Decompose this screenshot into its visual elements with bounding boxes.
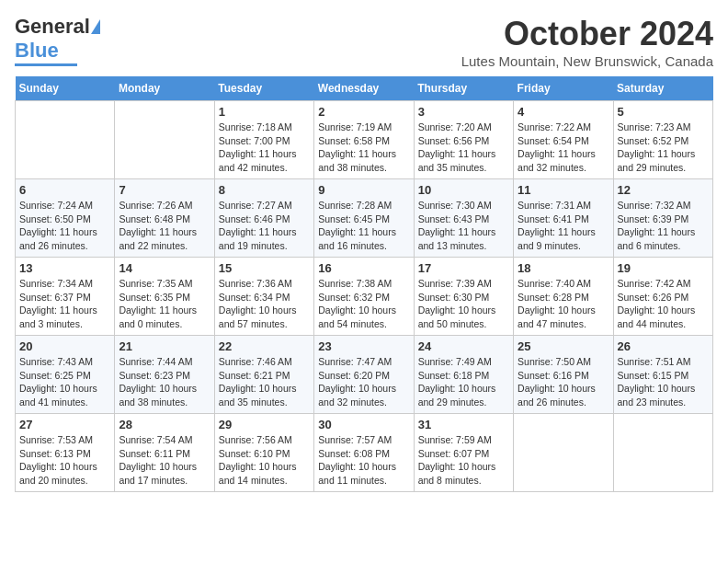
day-header-monday: Monday [115, 76, 214, 101]
day-info: Sunrise: 7:34 AM Sunset: 6:37 PM Dayligh… [19, 277, 110, 331]
calendar-cell: 17Sunrise: 7:39 AM Sunset: 6:30 PM Dayli… [414, 258, 513, 336]
day-info: Sunrise: 7:44 AM Sunset: 6:23 PM Dayligh… [119, 355, 210, 409]
day-number: 30 [318, 418, 409, 431]
logo-blue-text: Blue [15, 39, 59, 63]
day-info: Sunrise: 7:57 AM Sunset: 6:08 PM Dayligh… [318, 433, 409, 488]
calendar-cell: 23Sunrise: 7:47 AM Sunset: 6:20 PM Dayli… [314, 336, 414, 414]
day-number: 18 [518, 261, 609, 275]
calendar-cell: 21Sunrise: 7:44 AM Sunset: 6:23 PM Dayli… [115, 336, 214, 414]
week-row-5: 27Sunrise: 7:53 AM Sunset: 6:13 PM Dayli… [16, 414, 713, 492]
calendar-header: SundayMondayTuesdayWednesdayThursdayFrid… [16, 76, 713, 101]
week-row-2: 6Sunrise: 7:24 AM Sunset: 6:50 PM Daylig… [16, 179, 713, 258]
calendar-cell: 18Sunrise: 7:40 AM Sunset: 6:28 PM Dayli… [514, 258, 613, 336]
day-number: 5 [618, 105, 709, 119]
calendar-cell: 24Sunrise: 7:49 AM Sunset: 6:18 PM Dayli… [414, 336, 513, 414]
logo: General Blue [15, 15, 100, 66]
day-info: Sunrise: 7:36 AM Sunset: 6:34 PM Dayligh… [219, 277, 310, 331]
month-title: October 2024 [461, 15, 713, 53]
day-header-saturday: Saturday [613, 76, 712, 101]
day-info: Sunrise: 7:32 AM Sunset: 6:39 PM Dayligh… [618, 199, 709, 253]
day-number: 7 [119, 183, 210, 197]
day-info: Sunrise: 7:40 AM Sunset: 6:28 PM Dayligh… [518, 277, 609, 331]
calendar-cell: 22Sunrise: 7:46 AM Sunset: 6:21 PM Dayli… [214, 336, 313, 414]
day-header-sunday: Sunday [16, 76, 115, 101]
week-row-1: 1Sunrise: 7:18 AM Sunset: 7:00 PM Daylig… [16, 101, 713, 179]
day-number: 3 [418, 105, 509, 119]
calendar-cell: 2Sunrise: 7:19 AM Sunset: 6:58 PM Daylig… [314, 101, 414, 179]
week-row-4: 20Sunrise: 7:43 AM Sunset: 6:25 PM Dayli… [16, 336, 713, 414]
day-info: Sunrise: 7:49 AM Sunset: 6:18 PM Dayligh… [418, 355, 509, 409]
day-info: Sunrise: 7:28 AM Sunset: 6:45 PM Dayligh… [318, 199, 409, 253]
calendar-cell: 5Sunrise: 7:23 AM Sunset: 6:52 PM Daylig… [613, 101, 712, 179]
location-label: Lutes Mountain, New Brunswick, Canada [461, 53, 713, 69]
day-header-friday: Friday [514, 76, 613, 101]
day-number: 23 [318, 339, 409, 353]
calendar-table: SundayMondayTuesdayWednesdayThursdayFrid… [15, 76, 713, 492]
day-info: Sunrise: 7:59 AM Sunset: 6:07 PM Dayligh… [418, 433, 509, 488]
day-number: 29 [219, 418, 310, 431]
logo-arrow-icon [91, 19, 100, 34]
logo-underline [15, 63, 77, 66]
day-info: Sunrise: 7:38 AM Sunset: 6:32 PM Dayligh… [318, 277, 409, 331]
day-info: Sunrise: 7:50 AM Sunset: 6:16 PM Dayligh… [518, 355, 609, 409]
day-info: Sunrise: 7:27 AM Sunset: 6:46 PM Dayligh… [219, 199, 310, 253]
day-number: 20 [19, 339, 110, 353]
day-number: 6 [19, 183, 110, 197]
calendar-cell: 27Sunrise: 7:53 AM Sunset: 6:13 PM Dayli… [16, 414, 115, 492]
day-number: 16 [318, 261, 409, 275]
day-number: 31 [418, 418, 509, 431]
day-info: Sunrise: 7:46 AM Sunset: 6:21 PM Dayligh… [219, 355, 310, 409]
day-info: Sunrise: 7:30 AM Sunset: 6:43 PM Dayligh… [418, 199, 509, 253]
calendar-cell: 7Sunrise: 7:26 AM Sunset: 6:48 PM Daylig… [115, 179, 214, 258]
calendar-body: 1Sunrise: 7:18 AM Sunset: 7:00 PM Daylig… [16, 101, 713, 492]
calendar-cell: 1Sunrise: 7:18 AM Sunset: 7:00 PM Daylig… [214, 101, 313, 179]
header-row: SundayMondayTuesdayWednesdayThursdayFrid… [16, 76, 713, 101]
day-number: 10 [418, 183, 509, 197]
day-number: 14 [119, 261, 210, 275]
day-info: Sunrise: 7:39 AM Sunset: 6:30 PM Dayligh… [418, 277, 509, 331]
day-info: Sunrise: 7:35 AM Sunset: 6:35 PM Dayligh… [119, 277, 210, 331]
day-info: Sunrise: 7:24 AM Sunset: 6:50 PM Dayligh… [19, 199, 110, 253]
logo-general: General [15, 15, 90, 39]
day-info: Sunrise: 7:23 AM Sunset: 6:52 PM Dayligh… [618, 121, 709, 175]
calendar-cell [514, 414, 613, 492]
day-number: 21 [119, 339, 210, 353]
day-number: 9 [318, 183, 409, 197]
day-info: Sunrise: 7:53 AM Sunset: 6:13 PM Dayligh… [19, 433, 110, 488]
day-number: 15 [219, 261, 310, 275]
day-info: Sunrise: 7:54 AM Sunset: 6:11 PM Dayligh… [119, 433, 210, 488]
day-info: Sunrise: 7:56 AM Sunset: 6:10 PM Dayligh… [219, 433, 310, 488]
calendar-cell: 8Sunrise: 7:27 AM Sunset: 6:46 PM Daylig… [214, 179, 313, 258]
calendar-cell: 4Sunrise: 7:22 AM Sunset: 6:54 PM Daylig… [514, 101, 613, 179]
day-number: 8 [219, 183, 310, 197]
day-info: Sunrise: 7:43 AM Sunset: 6:25 PM Dayligh… [19, 355, 110, 409]
calendar-cell: 31Sunrise: 7:59 AM Sunset: 6:07 PM Dayli… [414, 414, 513, 492]
calendar-cell [613, 414, 712, 492]
day-number: 27 [19, 418, 110, 431]
calendar-cell: 10Sunrise: 7:30 AM Sunset: 6:43 PM Dayli… [414, 179, 513, 258]
calendar-cell: 3Sunrise: 7:20 AM Sunset: 6:56 PM Daylig… [414, 101, 513, 179]
day-number: 4 [518, 105, 609, 119]
day-number: 26 [618, 339, 709, 353]
calendar-cell: 16Sunrise: 7:38 AM Sunset: 6:32 PM Dayli… [314, 258, 414, 336]
day-number: 24 [418, 339, 509, 353]
day-info: Sunrise: 7:20 AM Sunset: 6:56 PM Dayligh… [418, 121, 509, 175]
calendar-cell [115, 101, 214, 179]
day-number: 12 [618, 183, 709, 197]
calendar-cell: 9Sunrise: 7:28 AM Sunset: 6:45 PM Daylig… [314, 179, 414, 258]
calendar-cell: 25Sunrise: 7:50 AM Sunset: 6:16 PM Dayli… [514, 336, 613, 414]
day-number: 22 [219, 339, 310, 353]
day-header-thursday: Thursday [414, 76, 513, 101]
calendar-cell: 6Sunrise: 7:24 AM Sunset: 6:50 PM Daylig… [16, 179, 115, 258]
calendar-cell: 28Sunrise: 7:54 AM Sunset: 6:11 PM Dayli… [115, 414, 214, 492]
day-info: Sunrise: 7:31 AM Sunset: 6:41 PM Dayligh… [518, 199, 609, 253]
calendar-cell: 26Sunrise: 7:51 AM Sunset: 6:15 PM Dayli… [613, 336, 712, 414]
calendar-cell [16, 101, 115, 179]
day-number: 13 [19, 261, 110, 275]
title-section: October 2024 Lutes Mountain, New Brunswi… [461, 15, 713, 69]
page-header: General Blue October 2024 Lutes Mountain… [15, 15, 713, 69]
calendar-cell: 13Sunrise: 7:34 AM Sunset: 6:37 PM Dayli… [16, 258, 115, 336]
day-number: 19 [618, 261, 709, 275]
day-number: 28 [119, 418, 210, 431]
calendar-cell: 19Sunrise: 7:42 AM Sunset: 6:26 PM Dayli… [613, 258, 712, 336]
